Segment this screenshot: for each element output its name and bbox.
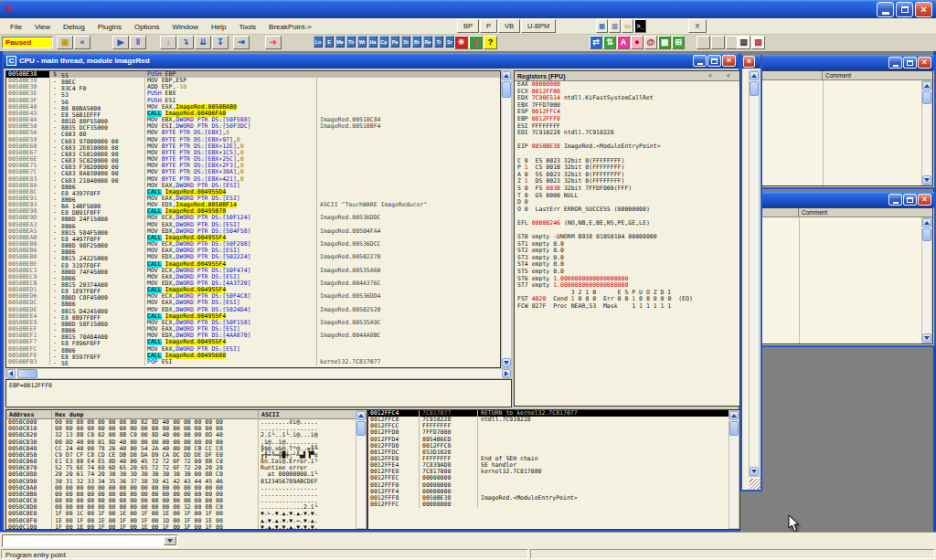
list-marked-icon[interactable]: ▤ (751, 36, 765, 49)
scroll-down-button[interactable] (922, 175, 931, 185)
disasm-row[interactable]: 0050BEDC.8B06MOV EAX,DWORD PTR DS:[ESI] (6, 300, 500, 306)
scroll-up-button[interactable] (750, 71, 759, 80)
button-bp[interactable]: BP (457, 19, 479, 33)
step-over-icon[interactable]: ↴ (177, 36, 194, 49)
disasm-row[interactable]: 0050BEF1.8B15 70A84A00MOV EDX,DWORD PTR … (6, 333, 500, 339)
disasm-row[interactable]: 0050BEDE.8B15 D4245000MOV EDX,DWORD PTR … (6, 307, 500, 313)
close-button[interactable]: × (722, 55, 736, 67)
comment-window-1-titlebar[interactable]: × (757, 55, 934, 70)
menu-file[interactable]: File (4, 21, 28, 33)
close-button[interactable]: × (915, 2, 932, 17)
menu-tools[interactable]: Tools (232, 21, 262, 33)
scroll-thumb[interactable] (922, 228, 931, 241)
resize-grip[interactable] (750, 479, 760, 490)
disasm-row[interactable]: 0050BE83.C683 21040000 00MOV BYTE PTR DS… (6, 176, 500, 183)
scroll-down-button[interactable] (922, 333, 931, 343)
scroll-up-button[interactable] (922, 81, 931, 90)
column-divider[interactable] (799, 217, 800, 343)
cpu-window-titlebar[interactable]: C CPU - main thread, module ImageRed × (4, 53, 739, 69)
disasm-row[interactable]: 0050BE45.E8 56B1EFFFCALL ImageRed.00406F… (6, 111, 500, 117)
disasm-row[interactable]: 0050BE3F.56PUSH ESI (6, 98, 500, 104)
collapse-button[interactable]: < (723, 72, 734, 79)
dump-vscrollbar[interactable] (356, 410, 367, 529)
execute-till-return-icon[interactable]: ⇥ (233, 36, 250, 49)
disasm-row[interactable]: 0050BEA3.8B06MOV EAX,DWORD PTR DS:[ESI] (6, 222, 500, 228)
updown-arrows-icon[interactable]: ⇅ (603, 36, 616, 49)
spiral-icon[interactable]: @ (644, 36, 657, 49)
scroll-thumb[interactable] (356, 421, 366, 436)
minimize-button[interactable] (888, 194, 902, 206)
tool-letter-ha[interactable]: Ha (368, 36, 378, 48)
go-to-address-icon[interactable]: ➔ (265, 36, 282, 49)
tool-letter-tr[interactable]: Tr (434, 36, 443, 48)
button-vb[interactable]: VB (498, 19, 520, 33)
comment-column-header[interactable]: Comment (823, 71, 851, 79)
disasm-row[interactable]: 0050BE98.E8 DB91F8FFCALL ImageRed.004950… (6, 208, 500, 215)
register-line[interactable]: O 0 LastErr ERROR_SUCCESS (00000000) (515, 206, 739, 214)
open-folder-icon[interactable]: ▭ (622, 19, 633, 33)
vertical-scrollbar[interactable] (749, 70, 760, 477)
scroll-thumb[interactable] (17, 369, 37, 378)
disasm-row[interactable]: 0050BE39.8BECMOV EBP,ESP (6, 78, 500, 84)
scroll-thumb[interactable] (502, 81, 511, 98)
restart-icon[interactable]: « (74, 36, 90, 49)
disasm-row[interactable]: 0050BEB8.8B15 24225000MOV EDX,DWORD PTR … (6, 254, 500, 260)
disasm-row[interactable]: 0050BE3E.53PUSH EBX (6, 90, 500, 97)
maximize-button[interactable] (903, 57, 917, 69)
tool-letter-me[interactable]: Me (335, 36, 345, 48)
menu-debug[interactable]: Debug (57, 21, 91, 33)
tool-letter-re[interactable]: Re (423, 36, 432, 48)
disasm-row[interactable]: 0050BEA5.8B15 584F5000MOV EDX,DWORD PTR … (6, 228, 500, 235)
disasm-row[interactable]: 0050BE60.C683 2E010000 00MOV BYTE PTR DS… (6, 143, 500, 150)
open-file-icon[interactable]: ▣ (57, 36, 73, 49)
document-icon[interactable]: ▥ (609, 19, 621, 33)
scroll-thumb[interactable] (750, 81, 759, 96)
disasm-row[interactable]: 0050BEFC.8B06MOV EAX,DWORD PTR DS:[ESI] (6, 346, 500, 353)
menu-window[interactable]: Window (166, 21, 205, 33)
disasm-row[interactable]: 0050BE4A.8B1D 88F55000MOV EBX,DWORD PTR … (6, 117, 500, 123)
menu-view[interactable]: View (28, 21, 57, 33)
disasm-row[interactable]: 0050BEB0.8B0D 98F25000MOV ECX,DWORD PTR … (6, 241, 500, 248)
trace-over-icon[interactable]: ↧ (212, 36, 229, 49)
vertical-scrollbar[interactable] (921, 80, 932, 185)
tool-letter-e[interactable]: E (324, 36, 334, 48)
trace-into-icon[interactable]: ⇊ (195, 36, 211, 49)
scroll-left-button[interactable] (6, 369, 16, 378)
record-icon[interactable]: ● (631, 36, 644, 49)
scroll-down-button[interactable] (502, 358, 511, 367)
disasm-row[interactable]: 0050BEC3.8B0D 74F45000MOV ECX,DWORD PTR … (6, 268, 500, 274)
disasm-row[interactable]: 0050BEEF.8B06MOV EAX,DWORD PTR DS:[ESI] (6, 326, 500, 333)
scroll-right-button[interactable] (502, 369, 511, 378)
step-into-icon[interactable]: ↓ (160, 36, 176, 49)
disasm-row[interactable]: 0050BEE9.8B0D 58F15000MOV ECX,DWORD PTR … (6, 320, 500, 326)
scroll-up-button[interactable] (502, 71, 511, 80)
collapse-button[interactable]: < (705, 72, 716, 79)
disasm-row[interactable]: 0050BE67.C683 C5010000 00MOV BYTE PTR DS… (6, 150, 500, 156)
help-icon[interactable]: ? (484, 36, 497, 49)
tool-letter-ln[interactable]: Ln (314, 36, 323, 48)
menu-options[interactable]: Options (128, 21, 166, 33)
dropdown-button[interactable] (164, 536, 176, 545)
close-button[interactable]: × (743, 56, 755, 68)
disasm-row[interactable]: 0050BE91.8B06MOV EAX,DWORD PTR DS:[ESI] (6, 195, 500, 202)
register-line[interactable]: T 0 GS 0000 NULL (515, 193, 739, 200)
console-icon[interactable]: >_ (634, 19, 646, 33)
comment-window-2-titlebar[interactable]: × (757, 192, 934, 207)
maximize-button[interactable] (903, 194, 917, 206)
blank-button[interactable] (711, 36, 725, 49)
tool-letter-th[interactable]: Th (346, 36, 356, 48)
disassembly-vscrollbar[interactable] (501, 70, 512, 368)
disasm-row[interactable]: 0050BEFE.E8 8597F8FFCALL ImageRed.004956… (6, 353, 500, 359)
vertical-scrollbar[interactable] (921, 217, 932, 343)
disasm-row[interactable]: 0050BE3B.83C4 F0ADD ESP,-10 (6, 84, 500, 90)
maximize-button[interactable] (707, 55, 721, 67)
tool-letter-br[interactable]: Br (412, 36, 421, 48)
minimize-button[interactable] (888, 57, 902, 69)
options-gear-icon[interactable]: ✳ (454, 36, 468, 49)
disasm-row[interactable]: 0050BEB6.8B06MOV EAX,DWORD PTR DS:[ESI] (6, 248, 500, 254)
register-line[interactable]: EDI 7C910228 ntdll.7C910228 (515, 130, 739, 137)
blank-button[interactable] (697, 36, 710, 49)
disasm-row[interactable]: 0050BE7C.C683 8A030000 00MOV BYTE PTR DS… (6, 169, 500, 175)
menu-help[interactable]: Help (205, 21, 232, 33)
disasm-row[interactable]: 0050BE93.BA 14BF5000MOV EDX,ImageRed.005… (6, 202, 500, 208)
